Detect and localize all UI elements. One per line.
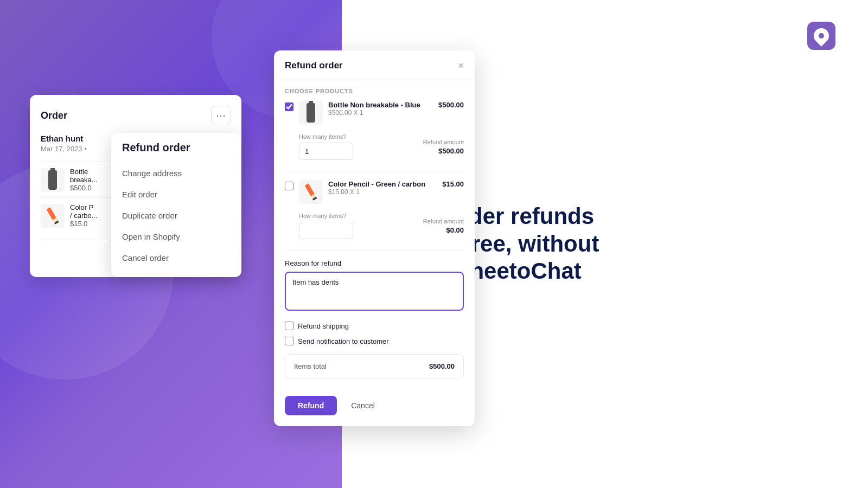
- summary-box: Items total $500.00: [285, 354, 464, 378]
- context-menu-open-shopify[interactable]: Open in Shopify: [111, 226, 241, 247]
- refund-shipping-label: Refund shipping: [298, 322, 349, 330]
- product-details-1: Bottle Non breakable - Blue $500.00 X 1: [328, 101, 433, 117]
- qty-label-2: How many items?: [299, 213, 423, 219]
- context-menu-edit-order[interactable]: Edit order: [111, 184, 241, 205]
- reason-textarea[interactable]: Item has dents: [285, 272, 464, 311]
- refund-amount-value-1: $500.00: [423, 147, 464, 155]
- product-price-1: $500.00: [438, 101, 464, 109]
- choose-products-label: CHOOSE PRODUCTS: [285, 88, 464, 94]
- refund-amount-label-1: Refund amount: [423, 139, 464, 145]
- chat-bubble-icon: [810, 25, 832, 47]
- summary-row: Items total $500.00: [294, 362, 455, 370]
- product-price-2: $15.00: [442, 180, 464, 188]
- product-image-1: [299, 101, 323, 125]
- qty-section-2: How many items?: [299, 213, 423, 239]
- modal-header: Refund order ×: [274, 50, 475, 79]
- refund-shipping-row: Refund shipping: [285, 322, 464, 330]
- divider-1: [285, 171, 464, 171]
- item-image-pencil: [41, 204, 65, 228]
- qty-input-1[interactable]: [299, 143, 353, 160]
- items-total-value: $500.00: [429, 362, 455, 370]
- qty-label-1: How many items?: [299, 133, 423, 140]
- product-sub-2: $15.00 X 1: [328, 188, 437, 196]
- product-sub-1: $500.00 X 1: [328, 109, 433, 117]
- product-row-1: Bottle Non breakable - Blue $500.00 X 1 …: [285, 101, 464, 125]
- product-checkbox-2[interactable]: [285, 182, 293, 190]
- qty-refund-row-1: How many items? Refund amount $500.00: [285, 133, 464, 160]
- context-menu-duplicate-order[interactable]: Duplicate order: [111, 205, 241, 226]
- modal-title: Refund order: [285, 60, 343, 71]
- items-total-label: Items total: [294, 362, 327, 370]
- refund-amount-value-2: $0.00: [423, 226, 464, 234]
- order-menu-button[interactable]: ⋯: [211, 106, 231, 125]
- notify-customer-label: Send notification to customer: [298, 337, 389, 345]
- notify-customer-row: Send notification to customer: [285, 337, 464, 345]
- product-name-1: Bottle Non breakable - Blue: [328, 101, 433, 109]
- product-row-2: Color Pencil - Green / carbon $15.00 X 1…: [285, 180, 464, 204]
- item-image-bottle: [41, 168, 65, 192]
- reason-label: Reason for refund: [285, 259, 464, 267]
- product-checkbox-1[interactable]: [285, 102, 293, 111]
- divider-2: [285, 250, 464, 251]
- order-title: Order: [41, 110, 67, 121]
- product-image-2: [299, 180, 323, 204]
- product-name-2: Color Pencil - Green / carbon: [328, 180, 437, 188]
- context-menu-cancel-order[interactable]: Cancel order: [111, 247, 241, 268]
- qty-section-1: How many items?: [299, 133, 423, 160]
- context-menu: Refund order Change address Edit order D…: [111, 133, 241, 277]
- modal-body: CHOOSE PRODUCTS Bottle Non breakable - B…: [274, 79, 475, 396]
- order-card-header: Order ⋯: [41, 106, 231, 125]
- modal-close-button[interactable]: ×: [458, 61, 464, 70]
- pencil-icon: [47, 207, 59, 224]
- neeto-chat-icon[interactable]: [807, 22, 835, 50]
- refund-modal: Refund order × CHOOSE PRODUCTS Bottle No…: [274, 50, 475, 426]
- refund-shipping-checkbox[interactable]: [285, 322, 293, 330]
- refund-button[interactable]: Refund: [285, 396, 337, 415]
- notify-customer-checkbox[interactable]: [285, 337, 293, 345]
- chat-bubble-dot: [819, 33, 824, 38]
- qty-refund-row-2: How many items? Refund amount $0.00: [285, 213, 464, 239]
- modal-footer: Refund Cancel: [274, 396, 475, 426]
- qty-input-2[interactable]: [299, 222, 353, 239]
- refund-amount-1: Refund amount $500.00: [423, 139, 464, 155]
- context-menu-change-address[interactable]: Change address: [111, 163, 241, 184]
- pencil-icon-modal: [305, 183, 317, 201]
- refund-amount-2: Refund amount $0.00: [423, 218, 464, 234]
- refund-amount-label-2: Refund amount: [423, 218, 464, 224]
- bottle-icon-modal: [307, 103, 315, 123]
- context-menu-title: Refund order: [111, 142, 241, 163]
- left-section: Order ⋯ Ethan hunt Mar 17, 2023 • Bottle…: [0, 0, 342, 488]
- cancel-button[interactable]: Cancel: [342, 396, 384, 415]
- bottle-icon: [48, 170, 57, 190]
- product-details-2: Color Pencil - Green / carbon $15.00 X 1: [328, 180, 437, 196]
